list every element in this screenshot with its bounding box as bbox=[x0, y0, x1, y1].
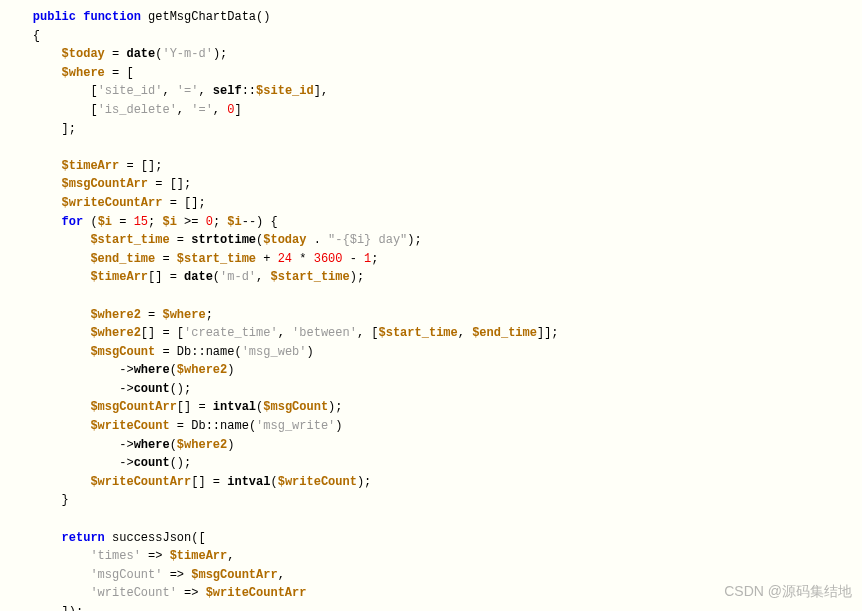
code-line: ->count(); bbox=[4, 380, 858, 399]
code-line bbox=[4, 138, 858, 157]
code-line: $start_time = strtotime($today . "-{$i} … bbox=[4, 231, 858, 250]
code-line: $end_time = $start_time + 24 * 3600 - 1; bbox=[4, 250, 858, 269]
code-line: ]); bbox=[4, 603, 858, 611]
code-line: ['is_delete', '=', 0] bbox=[4, 101, 858, 120]
code-line: $timeArr = []; bbox=[4, 157, 858, 176]
code-line: ->where($where2) bbox=[4, 436, 858, 455]
code-line: 'times' => $timeArr, bbox=[4, 547, 858, 566]
code-line: $msgCountArr = []; bbox=[4, 175, 858, 194]
code-line: $today = date('Y-m-d'); bbox=[4, 45, 858, 64]
code-line: $writeCountArr = []; bbox=[4, 194, 858, 213]
code-line: $timeArr[] = date('m-d', $start_time); bbox=[4, 268, 858, 287]
code-line bbox=[4, 510, 858, 529]
code-line bbox=[4, 287, 858, 306]
code-line: return successJson([ bbox=[4, 529, 858, 548]
code-line: { bbox=[4, 27, 858, 46]
code-line: for ($i = 15; $i >= 0; $i--) { bbox=[4, 213, 858, 232]
watermark: CSDN @源码集结地 bbox=[724, 581, 852, 603]
code-line: $where2 = $where; bbox=[4, 306, 858, 325]
code-line: $where2[] = ['create_time', 'between', [… bbox=[4, 324, 858, 343]
code-line: $writeCount = Db::name('msg_write') bbox=[4, 417, 858, 436]
code-line: $where = [ bbox=[4, 64, 858, 83]
code-block: public function getMsgChartData() { $tod… bbox=[4, 8, 858, 611]
code-line: $msgCount = Db::name('msg_web') bbox=[4, 343, 858, 362]
code-line: ->count(); bbox=[4, 454, 858, 473]
code-line: $writeCountArr[] = intval($writeCount); bbox=[4, 473, 858, 492]
code-line: ]; bbox=[4, 120, 858, 139]
code-line: ['site_id', '=', self::$site_id], bbox=[4, 82, 858, 101]
code-line: $msgCountArr[] = intval($msgCount); bbox=[4, 398, 858, 417]
code-line: } bbox=[4, 491, 858, 510]
code-line: ->where($where2) bbox=[4, 361, 858, 380]
code-line: public function getMsgChartData() bbox=[4, 8, 858, 27]
